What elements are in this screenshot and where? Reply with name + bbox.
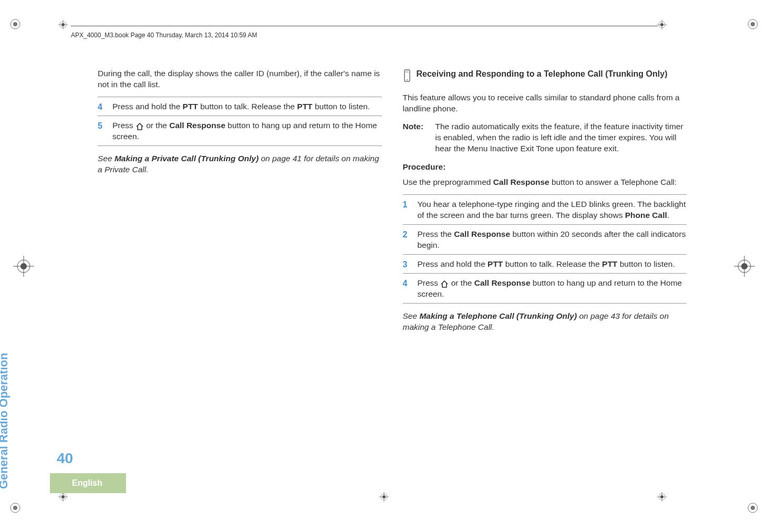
crop-mark-bottom-right (747, 502, 759, 514)
continuation-paragraph: During the call, the display shows the c… (98, 68, 382, 90)
svg-point-5 (13, 506, 17, 510)
separator (98, 116, 382, 116)
svg-point-7 (751, 506, 755, 510)
procedure-intro: Use the preprogrammed Call Response butt… (403, 177, 687, 188)
step-text: Press and hold the PTT button to talk. R… (112, 101, 382, 112)
registration-mark-top-right-inner (656, 18, 668, 31)
section-title-vertical: General Radio Operation (0, 353, 11, 489)
separator (403, 273, 687, 274)
step-number: 4 (403, 278, 410, 289)
see-note-right: See Making a Telephone Call (Trunking On… (403, 311, 687, 333)
step-4: 4 Press and hold the PTT button to talk.… (98, 101, 382, 113)
procedure-label: Procedure: (403, 162, 687, 173)
home-icon (136, 122, 144, 130)
step-1: 1 You hear a telephone-type ringing and … (403, 199, 687, 221)
step-number: 1 (403, 199, 410, 211)
left-column: During the call, the display shows the c… (74, 68, 382, 469)
header-rule (71, 26, 658, 26)
step-text: Press the Call Response button within 20… (418, 229, 687, 251)
heading-text: Receiving and Responding to a Telephone … (417, 68, 668, 80)
step-number: 3 (403, 259, 410, 270)
crop-mark-top-right (747, 18, 759, 30)
step-text: Press or the Call Response button to han… (418, 278, 687, 300)
separator (98, 97, 382, 97)
registration-mark-bottom-right-inner (656, 491, 668, 503)
crop-mark-bottom-left (9, 502, 21, 514)
right-column: Receiving and Responding to a Telephone … (403, 68, 687, 469)
step-number: 5 (98, 120, 105, 132)
svg-point-38 (407, 79, 408, 80)
note-label: Note: (403, 121, 429, 154)
registration-mark-left (13, 256, 34, 277)
step-5: 5 Press or the Call Response button to h… (98, 120, 382, 142)
page-number: 40 (57, 450, 73, 467)
separator (98, 145, 382, 146)
svg-point-1 (13, 22, 17, 26)
svg-point-3 (751, 22, 755, 26)
note-text: The radio automatically exits the featur… (435, 121, 687, 154)
note-block: Note: The radio automatically exits the … (403, 121, 687, 154)
phone-icon (403, 69, 411, 85)
separator (403, 224, 687, 225)
page-body: During the call, the display shows the c… (74, 68, 687, 469)
step-number: 4 (98, 101, 105, 113)
running-head: APX_4000_M3.book Page 40 Thursday, March… (71, 32, 257, 39)
step-2: 2 Press the Call Response button within … (403, 229, 687, 251)
registration-mark-right (734, 256, 755, 277)
registration-mark-bottom-center (378, 491, 390, 503)
step-text: You hear a telephone-type ringing and th… (418, 199, 687, 221)
step-text: Press and hold the PTT button to talk. R… (418, 259, 687, 270)
step-3: 3 Press and hold the PTT button to talk.… (403, 259, 687, 270)
intro-paragraph: This feature allows you to receive calls… (403, 92, 687, 114)
separator (403, 303, 687, 304)
home-icon (440, 280, 449, 287)
separator (403, 254, 687, 255)
step-text: Press or the Call Response button to han… (112, 120, 382, 142)
crop-mark-top-left (9, 18, 21, 30)
section-heading: Receiving and Responding to a Telephone … (403, 68, 687, 85)
language-badge: English (50, 473, 126, 493)
see-note: See Making a Private Call (Trunking Only… (98, 153, 382, 175)
separator (403, 194, 687, 195)
registration-mark-top-inner (57, 18, 69, 31)
step-4-right: 4 Press or the Call Response button to h… (403, 278, 687, 300)
step-number: 2 (403, 229, 410, 241)
